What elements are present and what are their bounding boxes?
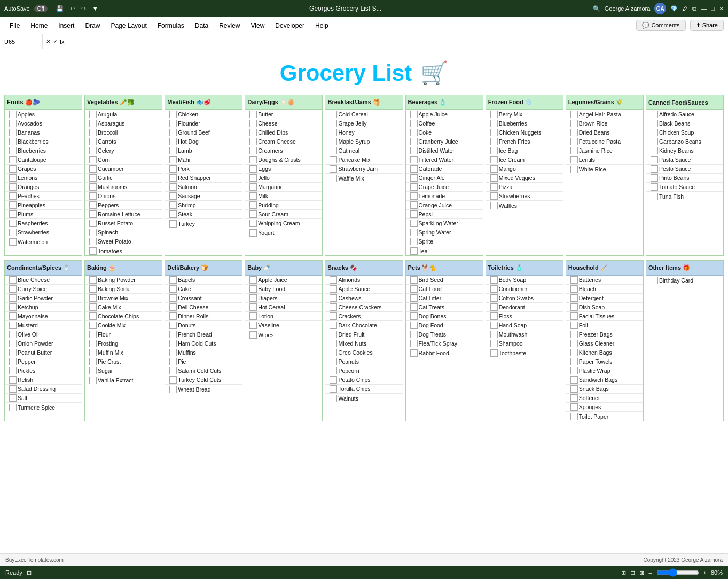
checkbox[interactable] (9, 120, 17, 127)
checkbox[interactable] (330, 165, 337, 173)
checkbox[interactable] (9, 220, 17, 227)
checkbox[interactable] (89, 220, 97, 227)
checkbox[interactable] (9, 349, 17, 356)
checkbox[interactable] (169, 276, 177, 284)
checkbox[interactable] (9, 210, 17, 218)
checkbox[interactable] (570, 413, 578, 420)
checkbox[interactable] (9, 294, 17, 302)
checkbox[interactable] (249, 220, 257, 227)
menu-item-formulas[interactable]: Formulas (152, 20, 190, 32)
checkbox[interactable] (490, 147, 498, 154)
checkbox[interactable] (9, 138, 17, 145)
checkbox[interactable] (89, 111, 97, 118)
menu-item-page-layout[interactable]: Page Layout (105, 20, 152, 32)
checkbox[interactable] (490, 156, 498, 163)
checkbox[interactable] (330, 331, 337, 338)
checkbox[interactable] (570, 367, 578, 374)
checkbox[interactable] (169, 349, 177, 356)
checkbox[interactable] (330, 156, 337, 163)
checkbox[interactable] (490, 303, 498, 311)
checkbox[interactable] (169, 192, 177, 200)
checkbox[interactable] (570, 285, 578, 293)
checkbox[interactable] (89, 285, 97, 293)
menu-item-insert[interactable]: Insert (53, 20, 80, 32)
checkbox[interactable] (169, 147, 177, 154)
checkbox[interactable] (9, 174, 17, 182)
checkbox[interactable] (651, 120, 658, 127)
checkbox[interactable] (330, 376, 337, 384)
checkbox[interactable] (89, 276, 97, 284)
checkbox[interactable] (169, 285, 177, 293)
checkbox[interactable] (249, 201, 257, 209)
checkbox[interactable] (249, 111, 257, 118)
checkbox[interactable] (330, 276, 337, 284)
checkbox[interactable] (410, 138, 418, 145)
checkbox[interactable] (410, 340, 418, 347)
checkbox[interactable] (490, 120, 498, 127)
checkbox[interactable] (330, 385, 337, 393)
checkbox[interactable] (570, 394, 578, 402)
checkbox[interactable] (249, 210, 257, 218)
checkbox[interactable] (410, 165, 418, 173)
checkbox[interactable] (410, 147, 418, 154)
checkbox[interactable] (249, 192, 257, 200)
checkbox[interactable] (490, 312, 498, 320)
menu-item-help[interactable]: Help (310, 20, 334, 32)
checkbox[interactable] (330, 358, 337, 365)
checkbox[interactable] (651, 111, 658, 118)
checkbox[interactable] (169, 358, 177, 365)
checkbox[interactable] (570, 138, 578, 145)
checkbox[interactable] (9, 331, 17, 338)
checkbox[interactable] (9, 201, 17, 209)
checkbox[interactable] (89, 156, 97, 163)
checkbox[interactable] (490, 129, 498, 136)
checkbox[interactable] (9, 285, 17, 293)
checkbox[interactable] (169, 183, 177, 191)
checkbox[interactable] (89, 238, 97, 245)
checkbox[interactable] (9, 376, 17, 384)
checkbox[interactable] (9, 322, 17, 329)
checkbox[interactable] (249, 276, 257, 284)
checkbox[interactable] (89, 303, 97, 311)
checkbox[interactable] (249, 129, 257, 136)
checkbox[interactable] (169, 210, 177, 218)
minimize-icon[interactable]: — (701, 5, 707, 12)
checkbox[interactable] (9, 165, 17, 173)
checkbox[interactable] (330, 303, 337, 311)
checkbox[interactable] (9, 229, 17, 236)
checkbox[interactable] (249, 285, 257, 293)
checkbox[interactable] (490, 322, 498, 329)
checkbox[interactable] (570, 129, 578, 136)
checkbox[interactable] (169, 174, 177, 182)
checkbox[interactable] (490, 340, 498, 347)
checkbox[interactable] (89, 331, 97, 338)
checkbox[interactable] (330, 138, 337, 145)
checkbox[interactable] (89, 229, 97, 236)
checkbox[interactable] (570, 312, 578, 320)
checkbox[interactable] (89, 312, 97, 320)
checkbox[interactable] (490, 294, 498, 302)
checkbox[interactable] (410, 276, 418, 284)
checkbox[interactable] (410, 238, 418, 245)
checkbox[interactable] (570, 403, 578, 411)
checkbox[interactable] (410, 229, 418, 236)
checkbox[interactable] (490, 331, 498, 338)
undo-icon[interactable]: ↩ (70, 5, 75, 12)
checkbox[interactable] (169, 165, 177, 173)
checkbox[interactable] (490, 202, 498, 209)
checkbox[interactable] (570, 156, 578, 163)
view-break-icon[interactable]: ⊠ (639, 569, 644, 576)
checkbox[interactable] (89, 294, 97, 302)
checkbox[interactable] (249, 156, 257, 163)
menu-item-file[interactable]: File (4, 20, 25, 32)
checkbox[interactable] (9, 358, 17, 365)
checkbox[interactable] (410, 322, 418, 329)
checkbox[interactable] (570, 276, 578, 284)
checkbox[interactable] (410, 183, 418, 191)
checkbox[interactable] (570, 340, 578, 347)
confirm-formula-icon[interactable]: ✓ (53, 38, 58, 45)
cell-reference[interactable]: U65 (0, 34, 43, 49)
autosave-toggle[interactable]: Off (34, 5, 48, 12)
checkbox[interactable] (330, 120, 337, 127)
checkbox[interactable] (169, 303, 177, 311)
